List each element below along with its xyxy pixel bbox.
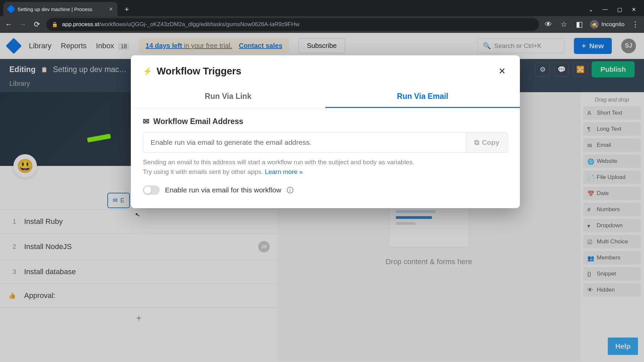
toggle-knob bbox=[144, 186, 151, 194]
window-controls: ⌄ — ▢ ✕ bbox=[589, 6, 644, 16]
kebab-menu-icon[interactable]: ⋮ bbox=[631, 20, 640, 29]
email-help-text: Sending an email to this address will st… bbox=[143, 158, 508, 177]
chevron-down-icon[interactable]: ⌄ bbox=[589, 6, 593, 13]
reload-button[interactable]: ⟳ bbox=[32, 20, 42, 29]
url-text: app.process.st/workflows/uQGGj-_oKZ43zDM… bbox=[62, 21, 300, 28]
browser-tab[interactable]: Setting up dev machine | Process × bbox=[3, 2, 117, 16]
copy-button[interactable]: ⧉ Copy bbox=[466, 132, 508, 153]
workflow-triggers-modal: ⚡ Workflow Triggers ✕ Run Via Link Run V… bbox=[131, 55, 520, 208]
extensions-icon[interactable]: ◧ bbox=[575, 20, 584, 29]
favicon bbox=[7, 5, 15, 13]
bookmark-star-icon[interactable]: ☆ bbox=[559, 20, 569, 29]
eye-off-icon[interactable]: 👁 bbox=[544, 20, 553, 29]
envelope-icon: ✉ bbox=[143, 117, 149, 126]
maximize-icon[interactable]: ▢ bbox=[617, 6, 622, 13]
modal-title: Workflow Triggers bbox=[157, 66, 241, 77]
close-window-icon[interactable]: ✕ bbox=[632, 6, 636, 13]
lightning-icon: ⚡ bbox=[143, 67, 152, 76]
enable-run-via-email-toggle[interactable] bbox=[143, 185, 160, 195]
forward-button: → bbox=[18, 20, 28, 29]
incognito-icon: 🕵 bbox=[590, 20, 599, 29]
close-tab-icon[interactable]: × bbox=[109, 6, 113, 13]
workflow-email-input[interactable]: Enable run via email to generate the ema… bbox=[143, 132, 466, 153]
learn-more-link[interactable]: Learn more » bbox=[265, 168, 303, 175]
modal-tabs: Run Via Link Run Via Email bbox=[131, 86, 520, 108]
tab-title: Setting up dev machine | Process bbox=[17, 6, 109, 12]
copy-icon: ⧉ bbox=[474, 138, 479, 146]
browser-toolbar: ← → ⟳ 🔒 app.process.st/workflows/uQGGj-_… bbox=[0, 16, 644, 33]
lock-icon: 🔒 bbox=[52, 21, 58, 27]
browser-tab-strip: Setting up dev machine | Process × + ⌄ —… bbox=[0, 0, 644, 16]
new-tab-button[interactable]: + bbox=[121, 4, 132, 15]
back-button[interactable]: ← bbox=[4, 20, 13, 29]
email-section-header: ✉ Workflow Email Address bbox=[143, 117, 508, 126]
minimize-icon[interactable]: — bbox=[602, 6, 608, 13]
close-modal-button[interactable]: ✕ bbox=[496, 64, 508, 78]
tab-run-via-email[interactable]: Run Via Email bbox=[325, 86, 520, 108]
info-icon[interactable]: i bbox=[287, 187, 293, 193]
toggle-label: Enable run via email for this workflow bbox=[165, 186, 281, 194]
tab-run-via-link[interactable]: Run Via Link bbox=[131, 86, 325, 108]
incognito-badge[interactable]: 🕵 Incognito bbox=[590, 20, 625, 29]
address-bar[interactable]: 🔒 app.process.st/workflows/uQGGj-_oKZ43z… bbox=[46, 18, 539, 31]
